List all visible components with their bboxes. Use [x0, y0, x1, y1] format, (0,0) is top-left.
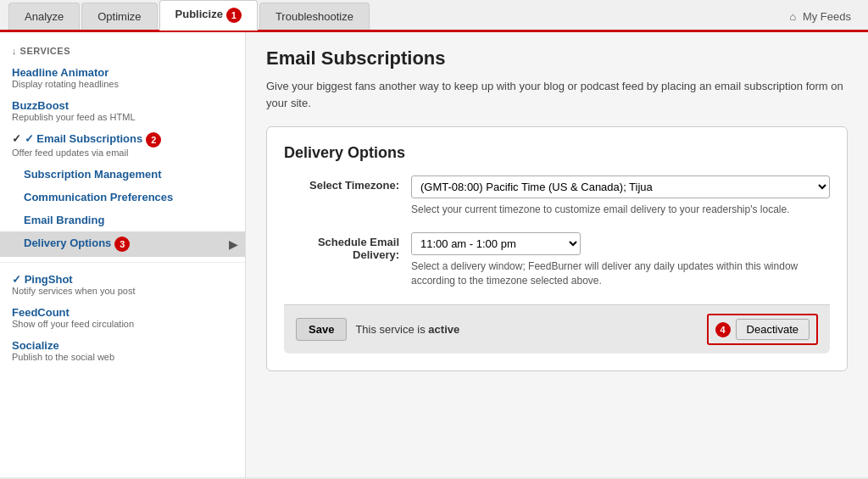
sidebar-item-subtitle: Publish to the social web: [12, 352, 233, 362]
sidebar-item-title: Subscription Management: [24, 168, 233, 181]
schedule-hint: Select a delivery window; FeedBurner wil…: [411, 259, 830, 288]
sidebar-item-subtitle: Notify services when you post: [12, 286, 233, 296]
sidebar-item-subtitle: Offer feed updates via email: [12, 148, 233, 158]
page-description: Give your biggest fans another way to ke…: [266, 78, 848, 111]
sidebar-item-title: Communication Preferences: [24, 191, 233, 203]
deactivate-badge: 4: [715, 322, 731, 337]
save-button[interactable]: Save: [296, 318, 347, 341]
timezone-select[interactable]: (GMT-08:00) Pacific Time (US & Canada); …: [411, 175, 830, 198]
sidebar-item-buzzboost[interactable]: BuzzBoost Republish your feed as HTML: [0, 94, 245, 127]
deactivate-area: 4 Deactivate: [707, 314, 818, 345]
delivery-options-card: Delivery Options Select Timezone: (GMT-0…: [266, 126, 848, 371]
sidebar-item-title: BuzzBoost: [12, 99, 233, 112]
sidebar-item-title: ✓ Email Subscriptions2: [12, 132, 233, 148]
delivery-options-badge: 3: [114, 237, 130, 252]
schedule-label: Schedule EmailDelivery:: [284, 232, 411, 261]
active-status: This service is active: [355, 323, 459, 336]
deactivate-button[interactable]: Deactivate: [736, 319, 810, 340]
sidebar-item-feedcount[interactable]: FeedCount Show off your feed circulation: [0, 301, 245, 334]
sidebar-item-pingshot[interactable]: ✓ PingShot Notify services when you post: [0, 268, 245, 301]
sidebar-item-subtitle: Show off your feed circulation: [12, 319, 233, 329]
sidebar-item-title: Email Branding: [24, 214, 233, 226]
sidebar-item-title: FeedCount: [12, 306, 233, 319]
sidebar-section-label: ↓ SERVICES: [0, 41, 245, 61]
tab-optimize[interactable]: Optimize: [81, 3, 157, 30]
footer-bar: Save This service is active 4 Deactivate: [284, 304, 830, 354]
sidebar-item-email-subscriptions[interactable]: ✓ Email Subscriptions2 Offer feed update…: [0, 127, 245, 163]
schedule-control: 11:00 am - 1:00 pm Select a delivery win…: [411, 232, 830, 288]
sidebar-item-delivery-options[interactable]: Delivery Options3: [0, 231, 245, 257]
tab-publicize[interactable]: Publicize1: [159, 0, 258, 31]
content-area: Email Subscriptions Give your biggest fa…: [246, 32, 868, 477]
home-icon: ⌂: [789, 10, 796, 23]
sidebar-item-title: Headline Animator: [12, 66, 233, 79]
card-title: Delivery Options: [284, 144, 830, 162]
sidebar-item-title: Delivery Options3: [24, 237, 233, 252]
sidebar-item-title: ✓ PingShot: [12, 273, 233, 286]
sidebar-item-subscription-management[interactable]: Subscription Management: [0, 163, 245, 186]
sidebar-item-communication-preferences[interactable]: Communication Preferences: [0, 186, 245, 209]
sidebar-item-socialize[interactable]: Socialize Publish to the social web: [0, 334, 245, 367]
sidebar-item-subtitle: Display rotating headlines: [12, 79, 233, 89]
timezone-label: Select Timezone:: [284, 175, 411, 192]
main-layout: ↓ SERVICES Headline Animator Display rot…: [0, 32, 868, 477]
email-subscriptions-badge: 2: [146, 132, 161, 148]
sidebar-item-email-branding[interactable]: Email Branding: [0, 209, 245, 231]
my-feeds-link[interactable]: ⌂ My Feeds: [781, 3, 860, 30]
sidebar: ↓ SERVICES Headline Animator Display rot…: [0, 32, 246, 477]
top-nav: Analyze Optimize Publicize1 Troubleshoot…: [0, 0, 868, 32]
schedule-row: Schedule EmailDelivery: 11:00 am - 1:00 …: [284, 232, 830, 288]
page-title: Email Subscriptions: [266, 47, 848, 70]
tab-analyze[interactable]: Analyze: [8, 3, 80, 30]
sidebar-item-headline-animator[interactable]: Headline Animator Display rotating headl…: [0, 61, 245, 94]
timezone-hint: Select your current timezone to customiz…: [411, 203, 830, 217]
tab-troubleshootize[interactable]: Troubleshootize: [259, 3, 370, 30]
sidebar-item-title: Socialize: [12, 339, 233, 352]
sidebar-divider: [0, 262, 245, 263]
timezone-control: (GMT-08:00) Pacific Time (US & Canada); …: [411, 175, 830, 217]
sidebar-item-subtitle: Republish your feed as HTML: [12, 112, 233, 122]
publicize-badge: 1: [226, 8, 242, 23]
timezone-row: Select Timezone: (GMT-08:00) Pacific Tim…: [284, 175, 830, 217]
schedule-select[interactable]: 11:00 am - 1:00 pm: [411, 232, 581, 255]
